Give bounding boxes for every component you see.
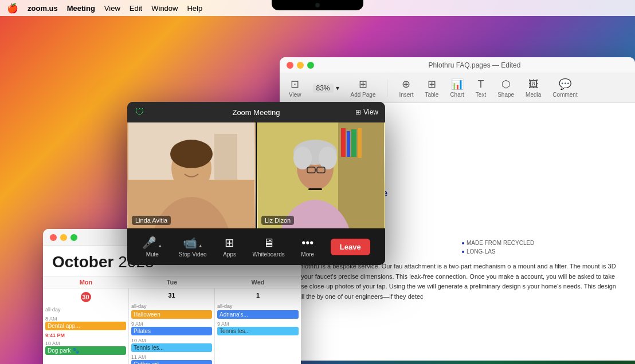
stop-video-label: Stop Video: [179, 251, 207, 258]
zoom-video-cell-2: Liz Dizon: [257, 122, 385, 228]
zoom-view-label: View: [363, 108, 378, 116]
calendar-col-wed: 1 all-day Adriana's... 9 AM Tennis les..…: [215, 288, 301, 364]
zoom-chevron: ▾: [336, 84, 339, 92]
toolbar-view[interactable]: ⊡ View: [289, 78, 301, 98]
zoom-video-grid: Linda Avitia: [127, 122, 385, 228]
cal-allday-tue: all-day: [131, 303, 147, 310]
table-icon: ⊞: [428, 78, 436, 90]
mute-arrow: ▲: [158, 243, 162, 248]
bullet-2: MADE FROM RECYCLED: [462, 240, 619, 246]
zoom-window: 🛡 Zoom Meeting ⊞ View: [127, 102, 385, 265]
menubar-view[interactable]: View: [104, 4, 120, 13]
cal-day-30: 30: [81, 292, 91, 302]
svg-rect-8: [214, 134, 237, 180]
toolbar-table[interactable]: ⊞ Table: [425, 78, 438, 98]
svg-rect-16: [347, 131, 350, 157]
liz-avatar-svg: [257, 122, 385, 228]
pages-body-text: Phlothru is a bespoke service. Our fau a…: [296, 262, 619, 302]
toolbar-text[interactable]: T Text: [476, 78, 486, 98]
media-icon: 🖼: [528, 78, 539, 90]
cal-minimize-button[interactable]: [60, 234, 67, 241]
toolbar-media[interactable]: 🖼 Media: [526, 78, 541, 98]
zoom-more-button[interactable]: ••• More: [301, 236, 314, 258]
zoom-shield-icon: 🛡: [135, 107, 144, 117]
zoom-whiteboards-button[interactable]: 🖥 Whiteboards: [253, 236, 285, 258]
svg-rect-27: [308, 188, 322, 190]
toolbar-comment[interactable]: 💬 Comment: [552, 78, 577, 98]
apps-icon: ⊞: [225, 236, 234, 250]
cal-maximize-button[interactable]: [70, 234, 77, 241]
minimize-button[interactable]: [297, 62, 304, 69]
bullet-4: LONG-LAS: [462, 248, 619, 255]
cal-header-wed: Wed: [215, 276, 301, 288]
toolbar-shape[interactable]: ⬡ Shape: [497, 78, 514, 98]
chart-icon: 📊: [451, 78, 464, 90]
mute-label: Mute: [146, 251, 159, 258]
pages-traffic-lights: [287, 62, 314, 69]
cal-event-pilates[interactable]: Pilates: [131, 327, 212, 335]
bullet-dot: [462, 251, 464, 253]
svg-rect-17: [351, 129, 356, 157]
apple-menu[interactable]: 🍎: [7, 3, 18, 14]
cal-event-dental[interactable]: Dental app...: [45, 322, 126, 330]
calendar-month: October: [52, 253, 113, 271]
cal-event-tennis-tue[interactable]: Tennis les...: [131, 343, 212, 352]
whiteboards-label: Whiteboards: [253, 251, 285, 258]
svg-point-11: [170, 140, 213, 168]
toolbar-chart[interactable]: 📊 Chart: [450, 78, 464, 98]
zoom-video-bg-liz: [257, 122, 385, 228]
toolbar-zoom[interactable]: 83% ▾: [313, 84, 339, 93]
cal-close-button[interactable]: [50, 234, 57, 241]
zoom-leave-button[interactable]: Leave: [331, 239, 370, 255]
pages-titlebar: Phlothru FAQ.pages — Edited: [280, 57, 635, 73]
mute-icon: 🎤: [142, 236, 156, 250]
zoom-stop-video-button[interactable]: 📹 ▲ Stop Video: [179, 236, 207, 258]
more-icon: •••: [301, 236, 313, 250]
svg-point-22: [293, 147, 312, 169]
calendar-col-mon: 30 all-day 8 AM Dental app... 9:41 PM 10…: [43, 288, 129, 364]
pages-toolbar: ⊡ View 83% ▾ ⊞ Add Page ⊕ Insert ⊞ Table…: [280, 73, 635, 103]
menubar-meeting[interactable]: Meeting: [67, 4, 95, 13]
menubar-edit[interactable]: Edit: [130, 4, 142, 13]
cal-event-tennis-wed[interactable]: Tennis les...: [217, 327, 299, 335]
cal-header-tue: Tue: [129, 276, 215, 288]
zoom-video-inner: 📹 ▲: [183, 236, 203, 250]
toolbar-divider-1: [387, 80, 387, 97]
toolbar-add-page[interactable]: ⊞ Add Page: [351, 78, 376, 98]
mac-notch: [272, 0, 363, 10]
zoom-mute-button[interactable]: 🎤 ▲ Mute: [142, 236, 162, 258]
cal-event-adriana[interactable]: Adriana's...: [217, 310, 299, 319]
cal-time-10am-tue: 10 AM: [131, 338, 212, 343]
apps-label: Apps: [223, 251, 236, 258]
whiteboards-icon: 🖥: [263, 236, 275, 250]
cal-event-coffee[interactable]: Coffee wit...: [131, 360, 212, 364]
cal-time-941: 9:41 PM: [45, 333, 126, 338]
menubar-app-name[interactable]: zoom.us: [28, 4, 58, 13]
menubar-window[interactable]: Window: [151, 4, 178, 13]
cal-event-dogpark[interactable]: Dog park 🐾: [45, 346, 126, 355]
cal-allday-mon: all-day: [45, 306, 61, 313]
pages-doc-title: Phlothru FAQ.pages — Edited: [429, 61, 521, 69]
text-icon: T: [478, 78, 484, 90]
linda-avatar-svg: [127, 122, 256, 228]
calendar-grid: Mon Tue Wed 30 all-day 8 AM Dental app..…: [43, 276, 301, 364]
video-arrow: ▲: [198, 243, 203, 248]
toolbar-insert[interactable]: ⊕ Insert: [399, 78, 413, 98]
maximize-button[interactable]: [307, 62, 314, 69]
zoom-video-bg-linda: [127, 122, 256, 228]
zoom-mute-inner: 🎤 ▲: [142, 236, 162, 250]
zoom-title: Zoom Meeting: [232, 108, 280, 117]
view-icon: ⊡: [291, 78, 299, 90]
zoom-controls-bar: 🎤 ▲ Mute 📹 ▲ Stop Video ⊞ Apps 🖥 Whitebo…: [127, 228, 385, 265]
shape-icon: ⬡: [501, 78, 511, 90]
add-page-icon: ⊞: [359, 78, 367, 90]
close-button[interactable]: [287, 62, 293, 69]
stop-video-icon: 📹: [183, 236, 197, 250]
zoom-apps-button[interactable]: ⊞ Apps: [223, 236, 236, 258]
cal-time-8am-mon: 8 AM: [45, 316, 126, 322]
svg-point-23: [319, 147, 337, 169]
zoom-view-button[interactable]: ⊞ View: [355, 108, 378, 116]
cal-event-halloween[interactable]: Halloween: [131, 310, 212, 319]
zoom-name-linda: Linda Avitia: [132, 216, 171, 225]
menubar-help[interactable]: Help: [187, 4, 202, 13]
